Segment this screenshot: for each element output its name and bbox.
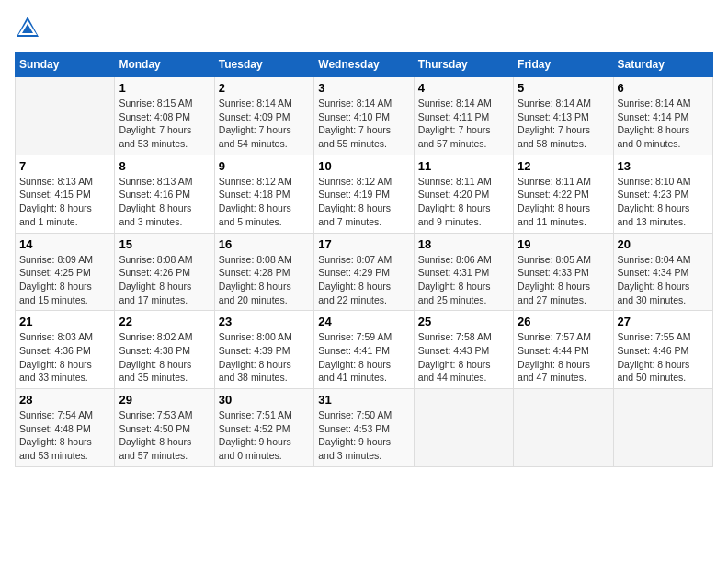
day-info: Sunrise: 8:08 AM Sunset: 4:28 PM Dayligh…: [219, 253, 310, 307]
day-number: 29: [119, 393, 210, 407]
day-number: 31: [318, 393, 409, 407]
calendar-cell: 15Sunrise: 8:08 AM Sunset: 4:26 PM Dayli…: [115, 233, 214, 311]
calendar-cell: 24Sunrise: 7:59 AM Sunset: 4:41 PM Dayli…: [314, 311, 414, 389]
calendar-cell: 8Sunrise: 8:13 AM Sunset: 4:16 PM Daylig…: [115, 155, 214, 233]
day-info: Sunrise: 8:14 AM Sunset: 4:11 PM Dayligh…: [418, 97, 509, 151]
day-number: 11: [418, 159, 509, 173]
calendar-cell: 1Sunrise: 8:15 AM Sunset: 4:08 PM Daylig…: [115, 77, 214, 155]
calendar-cell: 20Sunrise: 8:04 AM Sunset: 4:34 PM Dayli…: [613, 233, 712, 311]
calendar-cell: 21Sunrise: 8:03 AM Sunset: 4:36 PM Dayli…: [16, 311, 115, 389]
day-number: 4: [418, 81, 509, 95]
days-header-row: SundayMondayTuesdayWednesdayThursdayFrid…: [16, 52, 713, 77]
day-info: Sunrise: 8:04 AM Sunset: 4:34 PM Dayligh…: [618, 253, 709, 307]
day-info: Sunrise: 8:11 AM Sunset: 4:20 PM Dayligh…: [418, 175, 509, 229]
day-number: 2: [219, 81, 310, 95]
calendar-cell: 13Sunrise: 8:10 AM Sunset: 4:23 PM Dayli…: [613, 155, 712, 233]
calendar-cell: 30Sunrise: 7:51 AM Sunset: 4:52 PM Dayli…: [214, 389, 313, 467]
calendar-cell: [514, 389, 613, 467]
logo: [15, 15, 44, 40]
calendar-table: SundayMondayTuesdayWednesdayThursdayFrid…: [15, 52, 713, 467]
day-info: Sunrise: 8:05 AM Sunset: 4:33 PM Dayligh…: [518, 253, 609, 307]
day-info: Sunrise: 8:13 AM Sunset: 4:15 PM Dayligh…: [19, 175, 110, 229]
day-number: 16: [219, 237, 310, 251]
day-info: Sunrise: 8:03 AM Sunset: 4:36 PM Dayligh…: [19, 330, 110, 385]
day-number: 1: [119, 81, 210, 95]
day-header-thursday: Thursday: [414, 52, 513, 77]
page-header: [15, 15, 713, 40]
day-number: 22: [119, 315, 210, 328]
day-number: 27: [618, 315, 709, 328]
day-info: Sunrise: 7:57 AM Sunset: 4:44 PM Dayligh…: [518, 330, 609, 385]
day-number: 8: [119, 159, 210, 173]
calendar-cell: 7Sunrise: 8:13 AM Sunset: 4:15 PM Daylig…: [16, 155, 115, 233]
calendar-cell: 9Sunrise: 8:12 AM Sunset: 4:18 PM Daylig…: [214, 155, 313, 233]
calendar-cell: 16Sunrise: 8:08 AM Sunset: 4:28 PM Dayli…: [214, 233, 313, 311]
day-number: 12: [518, 159, 609, 173]
calendar-cell: 4Sunrise: 8:14 AM Sunset: 4:11 PM Daylig…: [414, 77, 513, 155]
day-info: Sunrise: 8:11 AM Sunset: 4:22 PM Dayligh…: [518, 175, 609, 229]
calendar-week-row: 1Sunrise: 8:15 AM Sunset: 4:08 PM Daylig…: [16, 77, 713, 155]
calendar-week-row: 14Sunrise: 8:09 AM Sunset: 4:25 PM Dayli…: [16, 233, 713, 311]
day-number: 18: [418, 237, 509, 251]
calendar-cell: 14Sunrise: 8:09 AM Sunset: 4:25 PM Dayli…: [16, 233, 115, 311]
calendar-cell: 5Sunrise: 8:14 AM Sunset: 4:13 PM Daylig…: [514, 77, 613, 155]
day-number: 9: [219, 159, 310, 173]
day-header-wednesday: Wednesday: [314, 52, 414, 77]
day-info: Sunrise: 8:08 AM Sunset: 4:26 PM Dayligh…: [119, 253, 210, 307]
calendar-cell: 22Sunrise: 8:02 AM Sunset: 4:38 PM Dayli…: [115, 311, 214, 389]
calendar-cell: 2Sunrise: 8:14 AM Sunset: 4:09 PM Daylig…: [214, 77, 313, 155]
day-number: 15: [119, 237, 210, 251]
day-number: 20: [618, 237, 709, 251]
day-number: 13: [618, 159, 709, 173]
calendar-body: 1Sunrise: 8:15 AM Sunset: 4:08 PM Daylig…: [16, 77, 713, 467]
day-info: Sunrise: 7:58 AM Sunset: 4:43 PM Dayligh…: [418, 330, 509, 385]
calendar-cell: 17Sunrise: 8:07 AM Sunset: 4:29 PM Dayli…: [314, 233, 414, 311]
day-info: Sunrise: 8:14 AM Sunset: 4:13 PM Dayligh…: [518, 97, 609, 151]
day-number: 3: [318, 81, 409, 95]
day-number: 14: [19, 237, 110, 251]
day-header-saturday: Saturday: [613, 52, 712, 77]
calendar-cell: 6Sunrise: 8:14 AM Sunset: 4:14 PM Daylig…: [613, 77, 712, 155]
day-info: Sunrise: 8:12 AM Sunset: 4:19 PM Dayligh…: [318, 175, 409, 229]
calendar-week-row: 28Sunrise: 7:54 AM Sunset: 4:48 PM Dayli…: [16, 389, 713, 467]
day-number: 30: [219, 393, 310, 407]
calendar-week-row: 21Sunrise: 8:03 AM Sunset: 4:36 PM Dayli…: [16, 311, 713, 389]
calendar-cell: 27Sunrise: 7:55 AM Sunset: 4:46 PM Dayli…: [613, 311, 712, 389]
calendar-cell: 23Sunrise: 8:00 AM Sunset: 4:39 PM Dayli…: [214, 311, 313, 389]
day-info: Sunrise: 7:53 AM Sunset: 4:50 PM Dayligh…: [119, 408, 210, 463]
day-info: Sunrise: 8:00 AM Sunset: 4:39 PM Dayligh…: [219, 330, 310, 385]
day-number: 24: [318, 315, 409, 328]
day-number: 23: [219, 315, 310, 328]
day-info: Sunrise: 8:12 AM Sunset: 4:18 PM Dayligh…: [219, 175, 310, 229]
day-header-friday: Friday: [514, 52, 613, 77]
day-info: Sunrise: 8:14 AM Sunset: 4:14 PM Dayligh…: [618, 97, 709, 151]
day-info: Sunrise: 7:51 AM Sunset: 4:52 PM Dayligh…: [219, 408, 310, 463]
day-number: 7: [19, 159, 110, 173]
day-info: Sunrise: 8:15 AM Sunset: 4:08 PM Dayligh…: [119, 97, 210, 151]
calendar-cell: 11Sunrise: 8:11 AM Sunset: 4:20 PM Dayli…: [414, 155, 513, 233]
calendar-cell: [613, 389, 712, 467]
day-number: 17: [318, 237, 409, 251]
day-number: 6: [618, 81, 709, 95]
day-info: Sunrise: 8:06 AM Sunset: 4:31 PM Dayligh…: [418, 253, 509, 307]
calendar-cell: 19Sunrise: 8:05 AM Sunset: 4:33 PM Dayli…: [514, 233, 613, 311]
day-info: Sunrise: 8:10 AM Sunset: 4:23 PM Dayligh…: [618, 175, 709, 229]
calendar-cell: 3Sunrise: 8:14 AM Sunset: 4:10 PM Daylig…: [314, 77, 414, 155]
calendar-cell: 29Sunrise: 7:53 AM Sunset: 4:50 PM Dayli…: [115, 389, 214, 467]
day-number: 19: [518, 237, 609, 251]
day-info: Sunrise: 8:14 AM Sunset: 4:09 PM Dayligh…: [219, 97, 310, 151]
calendar-cell: 10Sunrise: 8:12 AM Sunset: 4:19 PM Dayli…: [314, 155, 414, 233]
day-header-tuesday: Tuesday: [214, 52, 313, 77]
calendar-cell: 26Sunrise: 7:57 AM Sunset: 4:44 PM Dayli…: [514, 311, 613, 389]
day-info: Sunrise: 7:50 AM Sunset: 4:53 PM Dayligh…: [318, 408, 409, 463]
day-number: 25: [418, 315, 509, 328]
day-info: Sunrise: 8:09 AM Sunset: 4:25 PM Dayligh…: [19, 253, 110, 307]
day-number: 21: [19, 315, 110, 328]
calendar-cell: [16, 77, 115, 155]
logo-icon: [15, 15, 40, 40]
calendar-cell: 31Sunrise: 7:50 AM Sunset: 4:53 PM Dayli…: [314, 389, 414, 467]
day-number: 5: [518, 81, 609, 95]
day-number: 10: [318, 159, 409, 173]
day-info: Sunrise: 7:59 AM Sunset: 4:41 PM Dayligh…: [318, 330, 409, 385]
day-info: Sunrise: 8:07 AM Sunset: 4:29 PM Dayligh…: [318, 253, 409, 307]
